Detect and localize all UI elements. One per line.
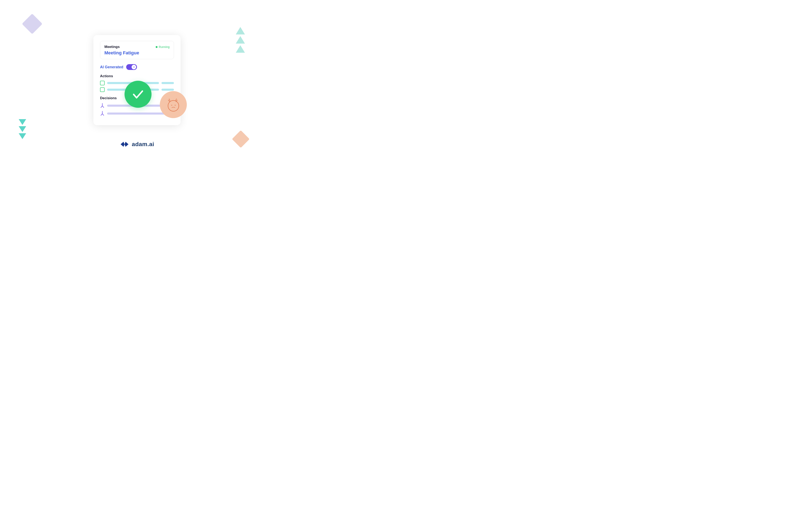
running-label: Running bbox=[159, 45, 170, 49]
logo-text: adam.ai bbox=[132, 141, 154, 148]
deco-diamond-tl bbox=[22, 14, 42, 34]
ai-generated-row: AI Generated ✦ bbox=[100, 64, 174, 70]
deco-tri-down-3 bbox=[19, 133, 26, 139]
toggle-track: ✦ bbox=[126, 64, 137, 70]
checkbox-1[interactable] bbox=[100, 81, 105, 85]
ai-generated-label: AI Generated bbox=[100, 65, 123, 69]
toggle-thumb: ✦ bbox=[132, 65, 136, 69]
toggle-star-icon: ✦ bbox=[133, 66, 135, 69]
actions-label: Actions bbox=[100, 74, 174, 78]
running-badge: Running bbox=[156, 45, 170, 49]
deco-tri-down-2 bbox=[19, 126, 26, 132]
ai-toggle[interactable]: ✦ bbox=[126, 64, 137, 70]
meeting-fatigue-title: Meeting Fatigue bbox=[105, 50, 170, 56]
svg-point-0 bbox=[168, 100, 179, 111]
branch-icon-2 bbox=[100, 111, 105, 116]
deco-triangles-tr bbox=[236, 27, 245, 53]
action-line-2b bbox=[162, 89, 174, 91]
action-line-1b bbox=[162, 82, 174, 84]
main-content: Meetings Running Meeting Fatigue AI Gene… bbox=[93, 35, 181, 125]
deco-triangle-2 bbox=[236, 36, 245, 43]
branch-icon-1 bbox=[100, 103, 105, 109]
deco-triangle-1 bbox=[236, 27, 245, 35]
card-header-box: Meetings Running Meeting Fatigue bbox=[100, 41, 174, 59]
deco-triangle-3 bbox=[236, 45, 245, 53]
checkmark-circle bbox=[125, 81, 152, 108]
checkbox-2[interactable] bbox=[100, 88, 105, 92]
deco-tri-down-1 bbox=[19, 119, 26, 125]
card-header-top: Meetings Running bbox=[105, 45, 170, 49]
fatigue-emoji-circle bbox=[160, 91, 187, 118]
deco-diamond-br bbox=[232, 130, 250, 148]
logo-area: adam.ai bbox=[120, 141, 154, 148]
meetings-label: Meetings bbox=[105, 45, 120, 49]
running-dot bbox=[156, 46, 157, 48]
deco-triangles-bl bbox=[19, 119, 26, 139]
